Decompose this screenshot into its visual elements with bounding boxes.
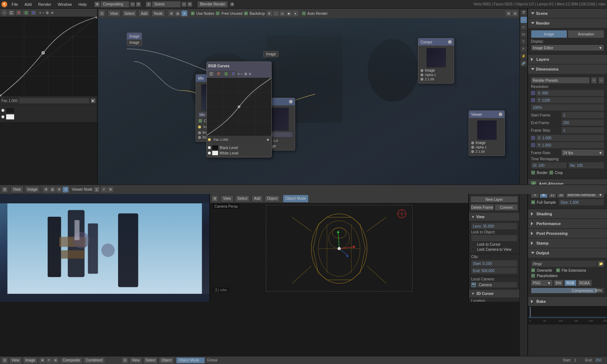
color-rgb-btn[interactable]: RGB — [564, 280, 577, 286]
view-btn[interactable]: View — [108, 10, 121, 17]
clamp-checkbox[interactable] — [198, 119, 202, 123]
output-path-input[interactable]: //tmp/ — [531, 261, 597, 267]
lens-value[interactable]: Lens: 35.000 — [471, 223, 517, 229]
render-header[interactable]: Render — [528, 18, 607, 28]
menu-window[interactable]: Window — [55, 1, 74, 7]
new-value[interactable]: Ne: 100 — [568, 162, 604, 169]
bd-icon1[interactable]: ⊞ — [267, 10, 272, 16]
lock-object-field[interactable] — [471, 235, 517, 241]
output-header[interactable]: Output — [528, 248, 607, 258]
old-value[interactable]: Ol: 100 — [531, 162, 567, 169]
rgb-expand[interactable]: ▶ — [266, 137, 270, 142]
post-processing-header[interactable]: Post Processing — [528, 229, 607, 238]
curve-channel-r[interactable]: R — [16, 10, 22, 16]
rgb-ch-r[interactable]: R — [215, 71, 222, 77]
bake-header[interactable]: Bake — [528, 297, 607, 306]
res-y-input[interactable]: Y: 1200 — [536, 97, 604, 103]
frame-step-input[interactable]: 1 — [561, 127, 604, 134]
btm-view[interactable]: View — [11, 186, 24, 193]
3d-object-btn[interactable]: Object — [264, 195, 280, 202]
animation-render-btn[interactable]: Animation — [568, 30, 604, 38]
presets-remove[interactable]: − — [598, 77, 604, 84]
object-data-icon[interactable]: O — [520, 24, 527, 30]
scene-icon[interactable]: 🎬 — [520, 9, 527, 16]
node-icon2[interactable]: ▨ — [175, 10, 181, 16]
dimensions-header[interactable]: Dimensions — [528, 64, 607, 74]
rgb-minus[interactable]: − — [241, 72, 243, 76]
btm-i2[interactable]: ▨ — [50, 187, 55, 192]
object-mode-selector[interactable]: Object Mode — [176, 357, 205, 364]
constraints-icon[interactable]: 🔗 — [520, 60, 527, 67]
bd-icon2[interactable]: ⬚ — [273, 10, 279, 16]
file-ext-checkbox[interactable] — [556, 268, 560, 272]
fps-dropdown[interactable]: 24 fps ▼ — [561, 149, 604, 156]
curve-subtract-icon[interactable]: − — [42, 11, 45, 15]
scene-header[interactable]: Scene — [528, 9, 607, 18]
shading-header[interactable]: Shading — [528, 209, 607, 219]
view-header[interactable]: ▼ View — [469, 213, 519, 221]
rgb-ch-c[interactable]: C — [208, 71, 214, 77]
bd-icon5[interactable]: ● — [293, 10, 298, 16]
menu-render[interactable]: Render — [36, 1, 53, 7]
end-frame-counter[interactable]: 250 — [594, 357, 605, 363]
stamp-header[interactable]: Stamp — [528, 238, 607, 248]
btm-j2[interactable]: ⊞ — [108, 187, 113, 192]
status-image-btn[interactable]: Image — [23, 357, 38, 364]
end-frame-input[interactable]: 250 — [561, 119, 604, 126]
s-icon1[interactable]: ⊠ — [39, 357, 45, 363]
presets-dropdown[interactable]: Render Presets — [531, 77, 590, 84]
rgb-gear[interactable]: ⚙ — [244, 72, 247, 76]
btm-j1[interactable]: F — [101, 187, 107, 192]
node-btn[interactable]: Node — [151, 10, 165, 17]
file-browse-btn[interactable]: 📁 — [598, 261, 604, 267]
cursor-header[interactable]: ▼ 3D Cursor — [469, 289, 519, 297]
btm-image[interactable]: Image — [25, 186, 40, 193]
physics-icon[interactable]: ⚡ — [520, 53, 527, 59]
free-unused-checkbox[interactable] — [215, 11, 220, 16]
lock-cursor-checkbox[interactable] — [471, 242, 476, 246]
node-icon3[interactable]: ⊞ — [181, 10, 187, 16]
node-icon1[interactable]: ⊠ — [168, 10, 174, 16]
add-btn[interactable]: Add — [138, 10, 150, 17]
rgb-plus[interactable]: + — [238, 72, 240, 76]
render-icon[interactable]: R — [520, 17, 527, 23]
rgb-fac-value[interactable]: Fac 1.000 — [212, 137, 264, 143]
curve-settings-icon[interactable]: ⚙ — [46, 11, 49, 15]
status-3d-object[interactable]: Object — [159, 357, 174, 364]
3d-select-btn[interactable]: Select — [235, 195, 250, 202]
compo-dot[interactable] — [448, 40, 452, 44]
grid-icon[interactable]: ⊞ — [512, 10, 518, 16]
convert-btn[interactable]: Convert — [495, 204, 518, 211]
scene-selector[interactable]: Scene — [152, 1, 181, 8]
curve-close-btn[interactable]: ○ — [1, 10, 7, 16]
backdrop-checkbox[interactable] — [244, 11, 248, 16]
btm-i3[interactable]: ⊞ — [56, 187, 62, 192]
rgb-ch-b[interactable]: B — [230, 71, 236, 77]
status-3d-select[interactable]: Select — [143, 357, 158, 364]
curve-expand-icon[interactable]: ▶ — [91, 98, 96, 103]
menu-file[interactable]: File — [9, 1, 20, 7]
clip-end-value[interactable]: End: 500.000 — [471, 267, 517, 274]
start-frame-counter[interactable]: 1 — [573, 357, 583, 363]
color-rgba-btn[interactable]: RGBA — [577, 280, 592, 286]
lock-camera-checkbox[interactable] — [471, 247, 476, 251]
btm-i4[interactable]: ⊟ — [63, 187, 68, 192]
res-percent-input[interactable]: 100% — [531, 104, 604, 111]
menu-add[interactable]: Add — [22, 1, 34, 7]
auto-render-checkbox[interactable] — [302, 11, 306, 16]
start-frame-input[interactable]: 1 — [561, 112, 604, 118]
use-nodes-checkbox[interactable] — [191, 11, 195, 16]
display-dropdown[interactable]: Image Editor ▼ — [531, 45, 604, 51]
status-3d-view[interactable]: View — [129, 357, 142, 364]
select-btn[interactable]: Select — [122, 10, 137, 17]
particles-icon[interactable]: P — [520, 46, 527, 52]
camera-name-value[interactable]: Camera — [477, 282, 517, 288]
status-view-btn[interactable]: View — [9, 357, 22, 364]
viewer-dot[interactable] — [499, 113, 502, 116]
presets-add[interactable]: + — [591, 77, 597, 84]
bd-icon4[interactable]: ◉ — [286, 10, 292, 16]
curve-channel-g[interactable]: G — [23, 10, 29, 16]
crop-checkbox[interactable] — [549, 170, 553, 175]
curve-add-icon[interactable]: + — [39, 11, 41, 15]
object-mode-btn[interactable]: Object Mode — [283, 195, 308, 202]
